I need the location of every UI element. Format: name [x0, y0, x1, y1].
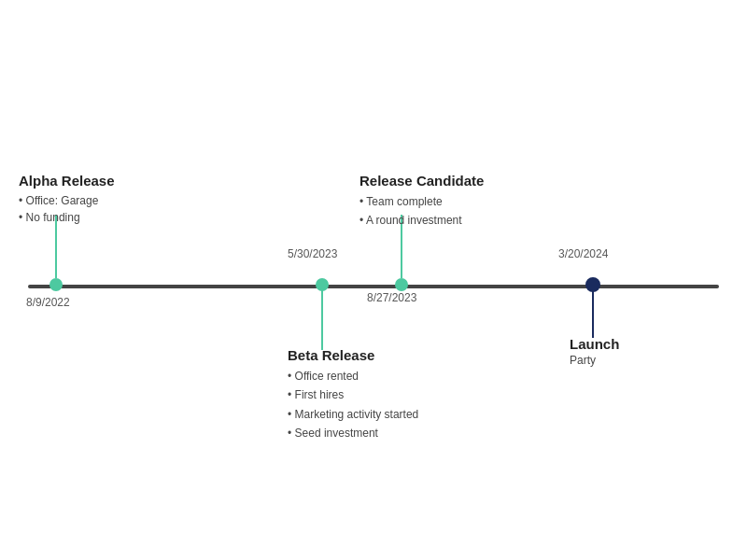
timeline-line	[28, 285, 719, 288]
dot-beta	[316, 278, 329, 291]
label-rc: Release Candidate Team complete A round …	[359, 173, 546, 231]
beta-date-top: 5/30/2023	[288, 247, 337, 260]
label-beta: Beta Release Office rented First hires M…	[288, 347, 474, 443]
connector-beta	[321, 287, 323, 350]
beta-item-3: Seed investment	[288, 424, 474, 442]
dot-alpha	[49, 278, 63, 291]
launch-item-0: Party	[570, 354, 682, 367]
rc-items: Team complete A round investment	[359, 192, 546, 231]
rc-title: Release Candidate	[359, 173, 546, 189]
launch-date-top: 3/20/2024	[558, 247, 608, 260]
dot-rc	[395, 278, 408, 291]
beta-items: Office rented First hires Marketing acti…	[288, 367, 474, 443]
label-launch: Launch Party	[570, 336, 682, 367]
timeline-container: Alpha Release Office: Garage No funding …	[0, 0, 747, 560]
rc-item-0: Team complete	[359, 192, 546, 211]
launch-title: Launch	[570, 336, 682, 352]
alpha-item-0: Office: Garage	[19, 192, 168, 209]
connector-launch	[592, 287, 594, 338]
rc-date-below: 8/27/2023	[367, 291, 416, 304]
dot-launch	[585, 277, 600, 292]
beta-item-1: First hires	[288, 385, 474, 404]
alpha-title: Alpha Release	[19, 173, 168, 189]
rc-item-1: A round investment	[359, 211, 546, 230]
beta-title: Beta Release	[288, 347, 474, 363]
beta-item-0: Office rented	[288, 367, 474, 385]
alpha-item-1: No funding	[19, 209, 168, 226]
alpha-date: 8/9/2022	[26, 296, 70, 309]
alpha-items: Office: Garage No funding	[19, 192, 168, 226]
beta-item-2: Marketing activity started	[288, 405, 474, 424]
label-alpha: Alpha Release Office: Garage No funding	[19, 173, 168, 226]
